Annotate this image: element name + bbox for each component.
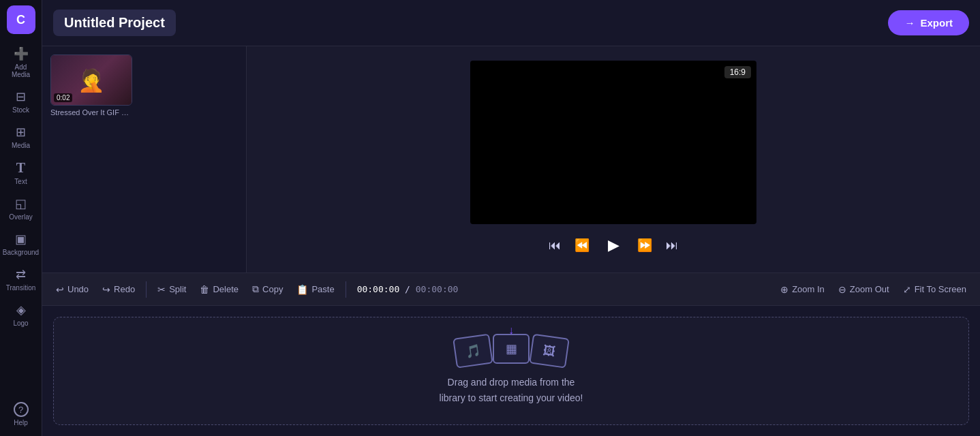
drop-text-line2: library to start creating your video!: [440, 392, 583, 403]
sidebar-item-background[interactable]: ▣ Background: [3, 228, 40, 260]
media-panel: 0:02 Stressed Over It GIF by ...: [42, 46, 247, 272]
redo-label: Redo: [114, 284, 135, 294]
sidebar-item-stock[interactable]: ⊟ Stock: [3, 85, 40, 118]
topbar: Untitled Project → Export: [42, 0, 980, 46]
zoom-out-label: Zoom Out: [850, 284, 889, 294]
export-arrow-icon: →: [904, 17, 915, 29]
sidebar-item-logo[interactable]: ◈ Logo: [3, 298, 40, 331]
video-preview: 16:9: [470, 61, 756, 224]
playback-controls: ⏮ ⏪ ▶ ⏩ ⏭: [546, 232, 681, 258]
bottom-section: ↩ Undo ↪ Redo ✂ Split 🗑 Delete ⧉ Copy 📋: [42, 272, 980, 436]
text-icon: T: [16, 160, 25, 176]
logo-icon: ◈: [16, 302, 26, 317]
sidebar-item-label: Help: [14, 419, 28, 426]
fit-to-screen-label: Fit To Screen: [915, 284, 966, 294]
media-icon: ⊞: [16, 125, 26, 140]
toolbar-divider-1: [146, 281, 147, 298]
fit-to-screen-button[interactable]: ⤢ Fit To Screen: [898, 281, 972, 298]
transition-icon: ⇄: [16, 267, 26, 282]
sidebar-item-label: Text: [14, 178, 27, 185]
zoom-in-icon: ⊕: [780, 284, 788, 295]
skip-to-start-button[interactable]: ⏮: [546, 236, 564, 255]
stock-icon: ⊟: [16, 89, 26, 104]
copy-label: Copy: [262, 284, 283, 294]
split-label: Split: [169, 284, 186, 294]
zoom-in-label: Zoom In: [792, 284, 825, 294]
redo-icon: ↪: [102, 284, 110, 295]
timeline-drop-zone[interactable]: 🎵 ↓ ▦ 🖼 Drag and drop media from the lib…: [53, 317, 969, 425]
sidebar-item-label: Background: [3, 249, 39, 256]
skip-to-end-button[interactable]: ⏭: [663, 236, 681, 255]
sidebar-item-label: Add Media: [5, 63, 37, 78]
drop-icon-group: 🎵 ↓ ▦ 🖼: [450, 337, 572, 367]
timecode-separator: /: [405, 284, 416, 294]
undo-icon: ↩: [56, 284, 64, 295]
timecode-display: 00:00:00 / 00:00:00: [352, 284, 464, 294]
fit-to-screen-icon: ⤢: [903, 284, 911, 295]
sidebar: C ➕ Add Media ⊟ Stock ⊞ Media T Text ◱ O…: [0, 0, 42, 436]
sidebar-item-label: Stock: [12, 106, 29, 114]
split-button[interactable]: ✂ Split: [152, 281, 192, 298]
main-area: Untitled Project → Export 0:02 Stressed …: [42, 0, 980, 436]
delete-icon: 🗑: [200, 284, 209, 295]
rewind-button[interactable]: ⏪: [572, 235, 592, 255]
help-icon: ?: [14, 402, 29, 417]
media-duration: 0:02: [54, 93, 72, 102]
redo-button[interactable]: ↪ Redo: [97, 281, 140, 298]
preview-area: 16:9 ⏮ ⏪ ▶ ⏩ ⏭: [247, 46, 980, 272]
sidebar-item-add-media[interactable]: ➕ Add Media: [3, 42, 40, 82]
delete-button[interactable]: 🗑 Delete: [194, 281, 244, 298]
media-thumbnail[interactable]: 0:02: [50, 54, 132, 106]
media-card-right-icon: 🖼: [529, 334, 570, 369]
app-logo[interactable]: C: [7, 5, 35, 34]
split-icon: ✂: [157, 284, 166, 295]
play-button[interactable]: ▶: [600, 232, 626, 258]
paste-icon: 📋: [296, 284, 308, 295]
video-preview-container: 16:9: [470, 61, 756, 224]
delete-label: Delete: [213, 284, 239, 294]
content-area: 0:02 Stressed Over It GIF by ... 16:9 ⏮ …: [42, 46, 980, 272]
fast-forward-button[interactable]: ⏩: [634, 235, 655, 255]
total-time: 00:00:00: [416, 284, 459, 294]
sidebar-item-help[interactable]: ? Help: [3, 398, 40, 431]
toolbar-divider-2: [346, 281, 346, 298]
undo-button[interactable]: ↩ Undo: [50, 281, 94, 298]
drop-zone-text: Drag and drop media from the library to …: [440, 375, 583, 405]
sidebar-item-overlay[interactable]: ◱ Overlay: [3, 192, 40, 225]
sidebar-item-label: Logo: [13, 320, 28, 327]
drop-text-line1: Drag and drop media from the: [448, 377, 575, 388]
sidebar-item-label: Media: [12, 142, 30, 149]
sidebar-item-label: Overlay: [9, 213, 32, 221]
paste-button[interactable]: 📋 Paste: [291, 281, 339, 298]
drop-arrow-icon: ↓: [508, 324, 514, 337]
zoom-in-button[interactable]: ⊕ Zoom In: [775, 281, 830, 298]
copy-button[interactable]: ⧉ Copy: [247, 280, 288, 298]
aspect-ratio-badge: 16:9: [724, 66, 751, 78]
sidebar-item-transition[interactable]: ⇄ Transition: [3, 263, 40, 296]
media-label: Stressed Over It GIF by ...: [50, 108, 132, 116]
zoom-out-button[interactable]: ⊖ Zoom Out: [833, 281, 895, 298]
overlay-icon: ◱: [15, 196, 27, 211]
copy-icon: ⧉: [252, 283, 259, 295]
media-card-left-icon: 🎵: [453, 334, 493, 369]
sidebar-item-media[interactable]: ⊞ Media: [3, 121, 40, 153]
export-label: Export: [920, 17, 953, 29]
add-media-icon: ➕: [14, 46, 29, 61]
undo-label: Undo: [67, 284, 89, 294]
sidebar-item-label: Transition: [6, 284, 36, 292]
project-title[interactable]: Untitled Project: [53, 10, 176, 36]
current-time: 00:00:00: [357, 284, 400, 294]
timeline-area: 🎵 ↓ ▦ 🖼 Drag and drop media from the lib…: [42, 306, 980, 436]
background-icon: ▣: [15, 232, 27, 247]
toolbar: ↩ Undo ↪ Redo ✂ Split 🗑 Delete ⧉ Copy 📋: [42, 273, 980, 306]
sidebar-item-text[interactable]: T Text: [3, 156, 40, 189]
media-card-main-icon: ↓ ▦: [493, 334, 530, 364]
export-button[interactable]: → Export: [888, 10, 969, 35]
paste-label: Paste: [311, 284, 334, 294]
zoom-out-icon: ⊖: [838, 284, 846, 295]
